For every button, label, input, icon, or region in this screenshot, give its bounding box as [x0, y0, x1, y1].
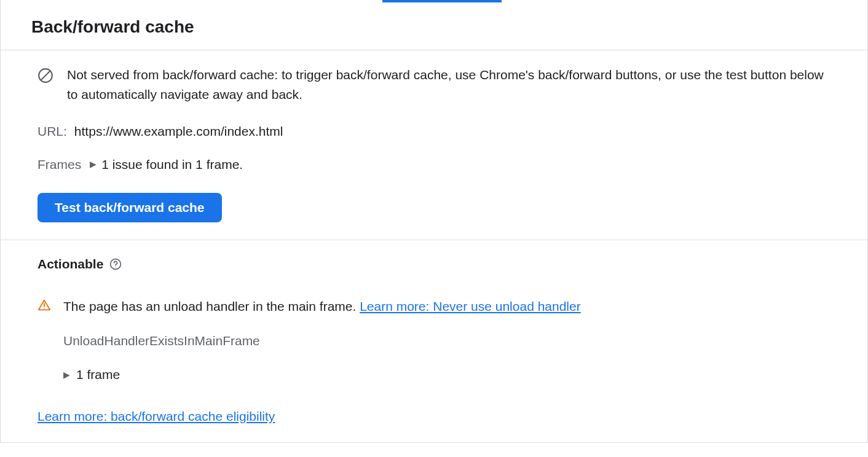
page-title: Back/forward cache [31, 15, 837, 39]
prohibited-icon [37, 68, 53, 88]
bfcache-panel: Back/forward cache Not served from back/… [0, 0, 868, 443]
url-row: URL: https://www.example.com/index.html [37, 122, 831, 140]
issue-learn-more-link[interactable]: Learn more: Never use unload handler [360, 299, 581, 313]
warning-icon [37, 299, 51, 316]
section-heading-row: Actionable [37, 255, 831, 273]
test-bfcache-button[interactable]: Test back/forward cache [37, 193, 222, 222]
frames-summary-toggle[interactable]: ▶ 1 issue found in 1 frame. [90, 155, 243, 173]
actionable-section: Actionable The page has an unload [1, 240, 867, 442]
frames-row: Frames ▶ 1 issue found in 1 frame. [37, 155, 831, 173]
svg-point-5 [44, 308, 45, 309]
status-section: Not served from back/forward cache: to t… [1, 50, 867, 240]
issue-frame-count: 1 frame [76, 365, 120, 383]
frames-summary-text: 1 issue found in 1 frame. [101, 155, 243, 173]
chevron-right-icon: ▶ [90, 160, 97, 168]
svg-point-3 [116, 267, 116, 267]
active-tab-indicator [382, 0, 502, 2]
url-value: https://www.example.com/index.html [74, 122, 283, 140]
eligibility-learn-more-link[interactable]: Learn more: back/forward cache eligibili… [37, 409, 275, 423]
issue-frame-toggle[interactable]: ▶ 1 frame [63, 365, 831, 383]
issue-row: The page has an unload handler in the ma… [37, 297, 831, 383]
issue-code: UnloadHandlerExistsInMainFrame [63, 332, 831, 350]
help-icon[interactable] [109, 258, 122, 270]
info-message: Not served from back/forward cache: to t… [67, 65, 831, 104]
issue-content: The page has an unload handler in the ma… [63, 297, 831, 383]
info-row: Not served from back/forward cache: to t… [37, 65, 831, 104]
chevron-right-icon: ▶ [63, 370, 70, 379]
issue-description: The page has an unload handler in the ma… [63, 299, 360, 313]
eligibility-row: Learn more: back/forward cache eligibili… [37, 407, 831, 425]
tab-bar [1, 0, 867, 2]
actionable-heading: Actionable [37, 255, 103, 273]
frames-label: Frames [37, 155, 81, 173]
issue-text-row: The page has an unload handler in the ma… [63, 297, 831, 315]
panel-header: Back/forward cache [1, 2, 867, 50]
svg-line-1 [41, 71, 50, 80]
url-label: URL: [37, 122, 67, 140]
